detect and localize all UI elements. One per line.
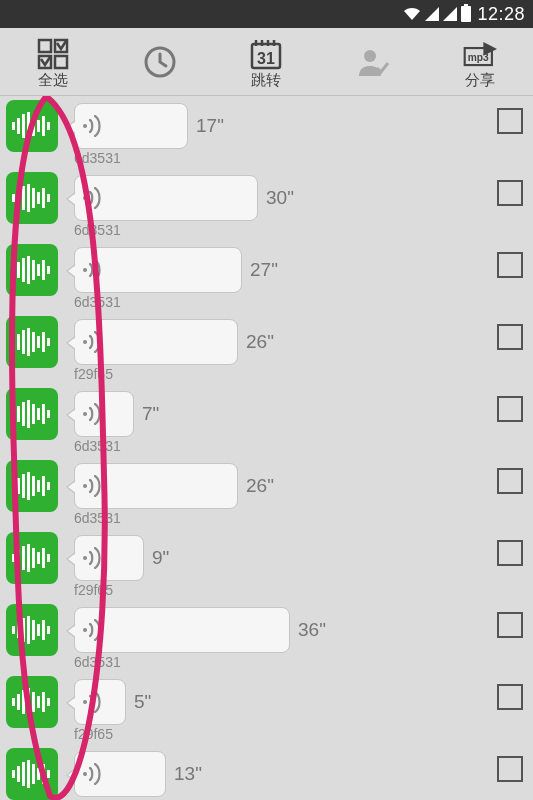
voice-avatar-icon[interactable] <box>6 748 58 800</box>
voice-bubble[interactable] <box>74 319 238 365</box>
voice-bubble[interactable] <box>74 247 242 293</box>
sound-wave-icon <box>83 763 101 785</box>
select-checkbox[interactable] <box>497 612 523 638</box>
sender-label: f29f65 <box>74 726 113 742</box>
sender-label: 6d3531 <box>74 150 121 166</box>
svg-point-7 <box>364 50 376 62</box>
duration-label: 27" <box>250 259 278 281</box>
voice-avatar-icon[interactable] <box>6 100 58 152</box>
voice-bubble[interactable] <box>74 175 258 221</box>
share-button[interactable]: mp3 分享 <box>430 37 530 87</box>
svg-point-11 <box>83 196 87 200</box>
sender-label: 6d3531 <box>74 222 121 238</box>
share-mp3-icon: mp3 <box>463 37 497 71</box>
voice-bubble[interactable] <box>74 103 188 149</box>
select-all-icon <box>36 37 70 71</box>
duration-label: 30" <box>266 187 294 209</box>
sender-label: 6d3531 <box>74 510 121 526</box>
duration-label: 7" <box>142 403 159 425</box>
voice-message-row: 13" 6d3531 <box>0 744 533 800</box>
voice-bubble[interactable] <box>74 391 134 437</box>
voice-bubble[interactable] <box>74 679 126 725</box>
sound-wave-icon <box>83 115 101 137</box>
voice-avatar-icon[interactable] <box>6 532 58 584</box>
voice-avatar-icon[interactable] <box>6 676 58 728</box>
contact-button[interactable] <box>323 44 423 80</box>
sound-wave-icon <box>83 547 101 569</box>
voice-message-row: 26" f29f65 <box>0 312 533 384</box>
sender-label: f29f65 <box>74 366 113 382</box>
svg-point-14 <box>83 412 87 416</box>
person-check-icon <box>355 44 391 80</box>
sound-wave-icon <box>83 691 101 713</box>
voice-bubble[interactable] <box>74 607 290 653</box>
svg-point-13 <box>83 340 87 344</box>
voice-bubble[interactable] <box>74 463 238 509</box>
select-checkbox[interactable] <box>497 252 523 278</box>
signal-icon <box>425 7 439 21</box>
clock-icon <box>142 44 178 80</box>
svg-text:31: 31 <box>258 50 276 67</box>
duration-label: 13" <box>174 763 202 785</box>
select-all-label: 全选 <box>38 72 68 87</box>
voice-message-row: 27" 6d3531 <box>0 240 533 312</box>
select-checkbox[interactable] <box>497 540 523 566</box>
voice-message-row: 5" f29f65 <box>0 672 533 744</box>
voice-avatar-icon[interactable] <box>6 604 58 656</box>
svg-point-19 <box>83 772 87 776</box>
svg-point-16 <box>83 556 87 560</box>
voice-avatar-icon[interactable] <box>6 172 58 224</box>
select-checkbox[interactable] <box>497 468 523 494</box>
voice-bubble[interactable] <box>74 751 166 797</box>
voice-message-row: 26" 6d3531 <box>0 456 533 528</box>
signal-icon-2 <box>443 7 457 21</box>
share-label: 分享 <box>465 72 495 87</box>
voice-avatar-icon[interactable] <box>6 388 58 440</box>
duration-label: 26" <box>246 475 274 497</box>
voice-avatar-icon[interactable] <box>6 460 58 512</box>
svg-rect-3 <box>55 56 67 68</box>
select-checkbox[interactable] <box>497 396 523 422</box>
svg-rect-0 <box>39 40 51 52</box>
duration-label: 36" <box>298 619 326 641</box>
select-checkbox[interactable] <box>497 756 523 782</box>
toolbar: 全选 31 跳转 <box>0 28 533 96</box>
sender-label: 6d3531 <box>74 654 121 670</box>
duration-label: 5" <box>134 691 151 713</box>
jump-label: 跳转 <box>251 72 281 87</box>
svg-point-12 <box>83 268 87 272</box>
voice-avatar-icon[interactable] <box>6 316 58 368</box>
svg-text:mp3: mp3 <box>467 51 488 62</box>
duration-label: 26" <box>246 331 274 353</box>
voice-message-row: 36" 6d3531 <box>0 600 533 672</box>
select-checkbox[interactable] <box>497 684 523 710</box>
history-button[interactable] <box>110 44 210 80</box>
android-status-bar: 12:28 <box>0 0 533 28</box>
svg-point-10 <box>83 124 87 128</box>
voice-bubble[interactable] <box>74 535 144 581</box>
voice-message-row: 30" 6d3531 <box>0 168 533 240</box>
wifi-icon <box>403 7 421 21</box>
sound-wave-icon <box>83 259 101 281</box>
select-all-button[interactable]: 全选 <box>3 37 103 87</box>
duration-label: 9" <box>152 547 169 569</box>
battery-icon <box>461 6 471 22</box>
sound-wave-icon <box>83 403 101 425</box>
select-checkbox[interactable] <box>497 180 523 206</box>
sound-wave-icon <box>83 619 101 641</box>
sound-wave-icon <box>83 475 101 497</box>
voice-message-list: 17" 6d3531 30" 6d3531 <box>0 96 533 800</box>
calendar-icon: 31 <box>249 37 283 71</box>
voice-message-row: 9" f29f65 <box>0 528 533 600</box>
voice-avatar-icon[interactable] <box>6 244 58 296</box>
svg-point-17 <box>83 628 87 632</box>
sound-wave-icon <box>83 331 101 353</box>
select-checkbox[interactable] <box>497 324 523 350</box>
duration-label: 17" <box>196 115 224 137</box>
svg-point-15 <box>83 484 87 488</box>
sender-label: f29f65 <box>74 582 113 598</box>
jump-button[interactable]: 31 跳转 <box>216 37 316 87</box>
sender-label: 6d3531 <box>74 294 121 310</box>
status-time: 12:28 <box>477 4 525 25</box>
select-checkbox[interactable] <box>497 108 523 134</box>
